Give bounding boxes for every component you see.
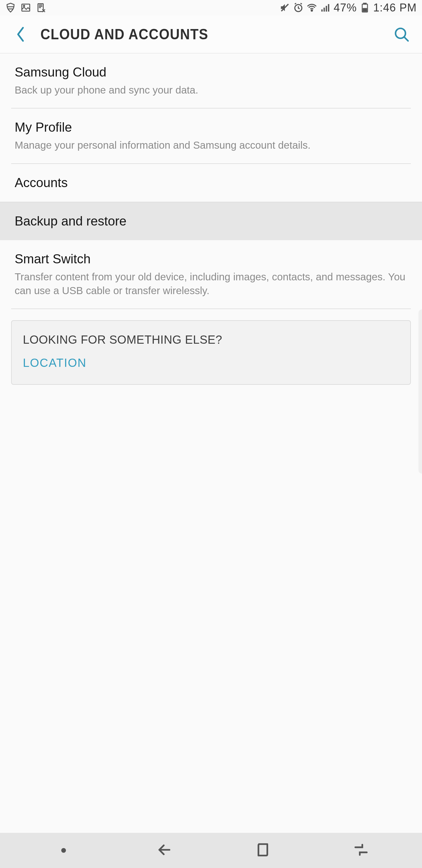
sim-error-icon bbox=[36, 2, 46, 13]
app-bar: CLOUD AND ACCOUNTS bbox=[0, 15, 422, 53]
alarm-icon bbox=[293, 2, 303, 13]
nav-home-button[interactable] bbox=[255, 842, 270, 859]
back-arrow-icon bbox=[157, 842, 172, 858]
settings-list: Samsung Cloud Back up your phone and syn… bbox=[0, 53, 422, 385]
svg-point-1 bbox=[24, 5, 25, 6]
svg-point-4 bbox=[311, 10, 313, 11]
svg-rect-11 bbox=[363, 8, 367, 12]
scroll-indicator[interactable] bbox=[419, 309, 422, 473]
item-title: Backup and restore bbox=[15, 213, 407, 229]
svg-rect-7 bbox=[326, 6, 327, 12]
svg-rect-8 bbox=[328, 4, 329, 12]
svg-rect-6 bbox=[324, 8, 325, 12]
signal-icon bbox=[320, 2, 331, 13]
item-subtitle: Back up your phone and sync your data. bbox=[15, 83, 407, 97]
nav-recents-button[interactable] bbox=[353, 842, 369, 859]
nav-back-button[interactable] bbox=[157, 842, 172, 859]
shield-icon bbox=[5, 2, 16, 13]
battery-percent: 47% bbox=[333, 1, 357, 14]
recents-icon bbox=[353, 842, 369, 858]
item-subtitle: Manage your personal information and Sam… bbox=[15, 138, 407, 152]
page-title: CLOUD AND ACCOUNTS bbox=[40, 26, 208, 43]
chevron-left-icon bbox=[15, 26, 26, 42]
search-icon bbox=[394, 26, 410, 42]
item-title: Accounts bbox=[15, 175, 407, 191]
svg-line-13 bbox=[404, 37, 408, 41]
item-my-profile[interactable]: My Profile Manage your personal informat… bbox=[0, 108, 422, 163]
nav-assistant-button[interactable] bbox=[53, 848, 74, 853]
item-samsung-cloud[interactable]: Samsung Cloud Back up your phone and syn… bbox=[0, 53, 422, 108]
wifi-icon bbox=[306, 2, 317, 13]
clock-text: 1:46 PM bbox=[373, 1, 417, 14]
item-title: Smart Switch bbox=[15, 251, 407, 267]
navigation-bar bbox=[0, 833, 422, 868]
dot-icon bbox=[61, 848, 66, 853]
item-title: Samsung Cloud bbox=[15, 64, 407, 80]
picture-icon bbox=[21, 2, 31, 13]
location-link[interactable]: LOCATION bbox=[23, 356, 399, 370]
item-smart-switch[interactable]: Smart Switch Transfer content from your … bbox=[0, 240, 422, 309]
back-button[interactable] bbox=[9, 23, 32, 46]
item-backup-restore[interactable]: Backup and restore bbox=[0, 202, 422, 240]
suggestion-card: LOOKING FOR SOMETHING ELSE? LOCATION bbox=[11, 320, 411, 385]
item-accounts[interactable]: Accounts bbox=[0, 164, 422, 202]
mute-icon bbox=[280, 2, 290, 13]
search-button[interactable] bbox=[390, 23, 413, 46]
item-subtitle: Transfer content from your old device, i… bbox=[15, 270, 407, 298]
svg-rect-10 bbox=[364, 3, 366, 4]
status-bar: 47% 1:46 PM bbox=[0, 0, 422, 15]
battery-icon bbox=[360, 2, 370, 13]
card-title: LOOKING FOR SOMETHING ELSE? bbox=[23, 333, 399, 346]
svg-rect-5 bbox=[322, 9, 323, 12]
divider bbox=[11, 309, 411, 309]
home-outline-icon bbox=[255, 842, 270, 858]
item-title: My Profile bbox=[15, 119, 407, 135]
